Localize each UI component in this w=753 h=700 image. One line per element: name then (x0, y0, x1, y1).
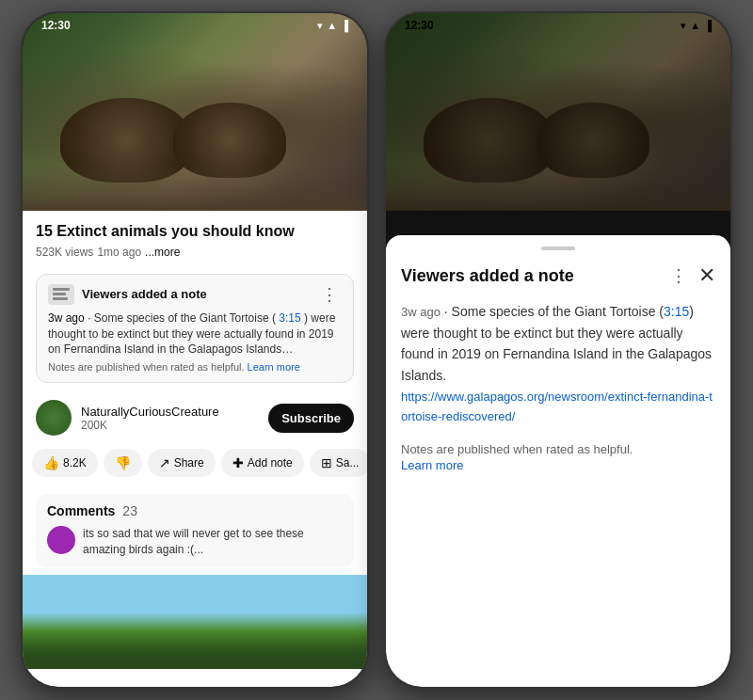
sheet-learn-more-link[interactable]: Learn more (401, 458, 715, 472)
learn-more-link-1[interactable]: Learn more (248, 361, 300, 373)
sheet-close-button[interactable]: ✕ (698, 263, 715, 288)
sheet-header: Viewers added a note ⋮ ✕ (401, 263, 715, 288)
comments-title: Comments (47, 503, 115, 518)
sheet-body-intro: Some species of the Giant Tortoise ( (452, 304, 664, 319)
thumbs-up-icon: 👍 (43, 455, 59, 470)
phone-2: 12:30 ▾ ▲ ▐ Viewers added a (384, 11, 732, 689)
svg-rect-1 (53, 293, 66, 295)
comment-text: its so sad that we will never get to see… (83, 526, 343, 558)
note-header-left: Viewers added a note (48, 284, 207, 305)
sheet-drag-handle (541, 247, 575, 250)
battery-icon: ▐ (341, 20, 348, 31)
status-icons-2: ▾ ▲ ▐ (681, 20, 712, 32)
view-count: 523K views (36, 246, 93, 259)
comments-section: Comments 23 its so sad that we will neve… (36, 494, 354, 567)
note-icon (48, 284, 74, 305)
action-bar: 👍 8.2K 👎 ↗ Share ✚ Add note (23, 445, 367, 486)
landscape-thumbnail (23, 575, 367, 669)
status-bar-2: 12:30 ▾ ▲ ▐ (386, 13, 730, 36)
add-note-button[interactable]: ✚ Add note (221, 449, 304, 477)
like-button[interactable]: 👍 8.2K (32, 449, 98, 477)
phone-1: 12:30 ▾ ▲ ▐ 15 Extinct animals you shoul… (21, 11, 369, 689)
channel-row: NaturallyCuriousCreature 200K Subscribe (23, 390, 367, 445)
note-text-1: · (88, 311, 94, 325)
dislike-button[interactable]: 👎 (104, 449, 142, 477)
note-card-1: Viewers added a note ⋮ 3w ago · Some spe… (36, 274, 354, 383)
sheet-title: Viewers added a note (401, 266, 574, 286)
note-menu-button-1[interactable]: ⋮ (317, 284, 342, 305)
video-age: 1mo ago (97, 246, 141, 259)
battery-icon-2: ▐ (704, 20, 712, 31)
signal-icon: ▲ (327, 20, 337, 31)
channel-info: NaturallyCuriousCreature 200K (81, 405, 259, 432)
signal-icon-2: ▲ (690, 20, 700, 31)
save-button[interactable]: ⊞ Sa... (310, 449, 367, 477)
save-icon: ⊞ (321, 455, 332, 470)
sheet-footer-text: Notes are published when rated as helpfu… (401, 442, 633, 456)
wifi-icon-2: ▾ (681, 20, 686, 32)
svg-rect-2 (53, 297, 68, 300)
sheet-separator: · (444, 304, 452, 319)
bottom-sheet: Viewers added a note ⋮ ✕ 3w ago · Some s… (386, 235, 730, 687)
sheet-header-actions: ⋮ ✕ (666, 263, 715, 288)
video-thumbnail-1 (23, 13, 367, 211)
status-time-1: 12:30 (41, 19, 71, 32)
wifi-icon: ▾ (317, 20, 323, 32)
video-title: 15 Extinct animals you should know (36, 222, 354, 242)
svg-rect-0 (53, 288, 70, 291)
note-age-1: 3w ago (48, 311, 85, 325)
content-area-1: 15 Extinct animals you should know 523K … (23, 211, 367, 687)
subscribe-button[interactable]: Subscribe (268, 404, 354, 433)
video-meta: 523K views 1mo ago ...more (36, 246, 354, 259)
like-count: 8.2K (63, 456, 87, 469)
add-note-icon: ✚ (232, 455, 244, 470)
video-info: 15 Extinct animals you should know 523K … (23, 211, 367, 266)
sheet-time-link[interactable]: 3:15 (664, 304, 689, 319)
sheet-age: 3w ago (401, 305, 441, 319)
share-icon: ↗ (159, 455, 170, 470)
channel-subs: 200K (81, 419, 259, 432)
note-title-1: Viewers added a note (82, 287, 207, 301)
note-header-1: Viewers added a note ⋮ (48, 284, 342, 305)
note-footer-text-1: Notes are published when rated as helpfu… (48, 361, 245, 373)
commenter-avatar (47, 526, 75, 554)
channel-avatar (36, 400, 72, 436)
share-button[interactable]: ↗ Share (148, 449, 216, 477)
note-body-1: 3w ago · Some species of the Giant Torto… (48, 310, 342, 358)
channel-name[interactable]: NaturallyCuriousCreature (81, 405, 259, 419)
status-bar-1: 12:30 ▾ ▲ ▐ (23, 13, 367, 36)
sheet-url-link[interactable]: https://www.galapagos.org/newsroom/extin… (401, 388, 715, 427)
sheet-note-footer: Notes are published when rated as helpfu… (401, 442, 715, 472)
sheet-menu-button[interactable]: ⋮ (666, 265, 691, 286)
more-button[interactable]: ...more (145, 246, 180, 259)
note-footer-1: Notes are published when rated as helpfu… (48, 361, 342, 373)
status-time-2: 12:30 (405, 19, 434, 32)
comments-header: Comments 23 (47, 503, 343, 518)
status-icons-1: ▾ ▲ ▐ (317, 20, 348, 32)
save-label: Sa... (336, 456, 360, 469)
comment-row: its so sad that we will never get to see… (47, 526, 343, 558)
note-body-text-1: Some species of the Giant Tortoise ( (94, 311, 276, 325)
share-label: Share (174, 456, 204, 469)
thumbs-down-icon: 👎 (115, 455, 131, 470)
sheet-body: 3w ago · Some species of the Giant Torto… (401, 301, 715, 427)
comments-count: 23 (122, 503, 137, 518)
note-time-link-1[interactable]: 3:15 (279, 311, 300, 325)
add-note-label: Add note (248, 456, 293, 469)
